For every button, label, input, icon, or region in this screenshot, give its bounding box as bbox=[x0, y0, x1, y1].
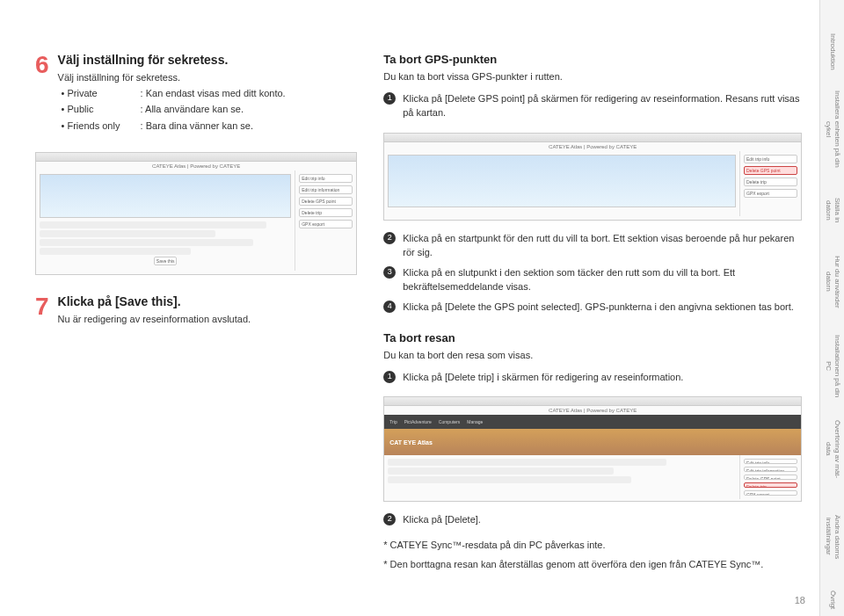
delete-gps-point-btn: Delete GPS point bbox=[744, 166, 797, 175]
trip-substep-1: 1 Klicka på [Delete trip] i skärmen för … bbox=[383, 370, 802, 385]
circle-number-icon: 2 bbox=[383, 513, 396, 525]
step-text: Välj inställning för sekretess. bbox=[58, 70, 358, 85]
substep-4: 4 Klicka på [Delete the GPS point select… bbox=[383, 300, 802, 315]
step-text: Nu är redigering av reseinformation avsl… bbox=[58, 312, 358, 327]
screenshot-nav: Trip PictAdventure Computers Manage bbox=[384, 415, 801, 429]
side-tabs: Introduktion Installera enheten på din c… bbox=[819, 0, 844, 616]
delete-trip-btn: Delete trip bbox=[744, 482, 797, 488]
tab-intro[interactable]: Introduktion bbox=[827, 26, 836, 77]
screenshot-delete-gps: CATEYE Atlas | Powered by CATEYE Edit tr… bbox=[383, 133, 802, 221]
circle-number-icon: 2 bbox=[383, 232, 396, 244]
screenshot-edit-trip: CATEYE Atlas | Powered by CATEYE Save th… bbox=[35, 152, 357, 275]
tab-install-pc[interactable]: Installationen på din PC bbox=[823, 323, 841, 408]
save-this-button: Save this bbox=[154, 257, 178, 265]
circle-number-icon: 3 bbox=[383, 266, 396, 279]
substep-1: 1 Klicka på [Delete GPS point] på skärme… bbox=[383, 91, 802, 120]
heading-delete-trip: Ta bort resan bbox=[383, 331, 802, 344]
step-number: 6 bbox=[35, 53, 49, 77]
screenshot-delete-trip: CATEYE Atlas | Powered by CATEYE Trip Pi… bbox=[383, 396, 802, 502]
step-number: 7 bbox=[35, 294, 49, 319]
footnote-1: * CATEYE Sync™-resdata på din PC påverka… bbox=[383, 538, 802, 553]
tab-change-settings[interactable]: Ändra datorns inställningar bbox=[823, 490, 841, 583]
circle-number-icon: 1 bbox=[383, 92, 396, 105]
tab-install-bike[interactable]: Installera enheten på din cykel bbox=[823, 77, 841, 181]
step-6: 6 Välj inställning för sekretess. Välj i… bbox=[35, 53, 357, 134]
intro-delete-trip: Du kan ta bort den resa som visas. bbox=[383, 348, 802, 363]
tab-setup-computer[interactable]: Ställa in datorn bbox=[823, 181, 841, 239]
heading-delete-gps: Ta bort GPS-punkten bbox=[383, 53, 802, 66]
page-number: 18 bbox=[795, 595, 805, 605]
tab-other[interactable]: Övrigt bbox=[827, 583, 836, 616]
tab-use-computer[interactable]: Hur du använder datorn bbox=[823, 239, 841, 323]
trip-substep-2: 2 Klicka på [Delete]. bbox=[383, 512, 802, 527]
intro-delete-gps: Du kan ta bort vissa GPS-punkter i rutte… bbox=[383, 69, 802, 84]
option-private: • Private bbox=[62, 85, 141, 102]
step-title: Klicka på [Save this]. bbox=[58, 294, 358, 308]
step-title: Välj inställning för sekretess. bbox=[58, 53, 358, 67]
edit-trip-info-btn: Edit trip info bbox=[299, 174, 353, 183]
substep-2: 2 Klicka på en startpunkt för den rutt d… bbox=[383, 231, 802, 260]
circle-number-icon: 1 bbox=[383, 371, 396, 383]
circle-number-icon: 4 bbox=[383, 301, 396, 313]
option-friends: • Friends only bbox=[62, 118, 141, 134]
tab-transfer-data[interactable]: Överföring av mät-data bbox=[823, 408, 841, 489]
substep-3: 3 Klicka på en slutpunkt i den sektion s… bbox=[383, 265, 802, 294]
step-7: 7 Klicka på [Save this]. Nu är redigerin… bbox=[35, 294, 357, 327]
footnote-2: * Den borttagna resan kan återställas ge… bbox=[383, 557, 802, 572]
privacy-options-list: • Private: Kan endast visas med ditt kon… bbox=[62, 85, 358, 134]
option-public: • Public bbox=[62, 101, 141, 118]
screenshot-hero: CAT EYE Atlas bbox=[384, 429, 801, 455]
